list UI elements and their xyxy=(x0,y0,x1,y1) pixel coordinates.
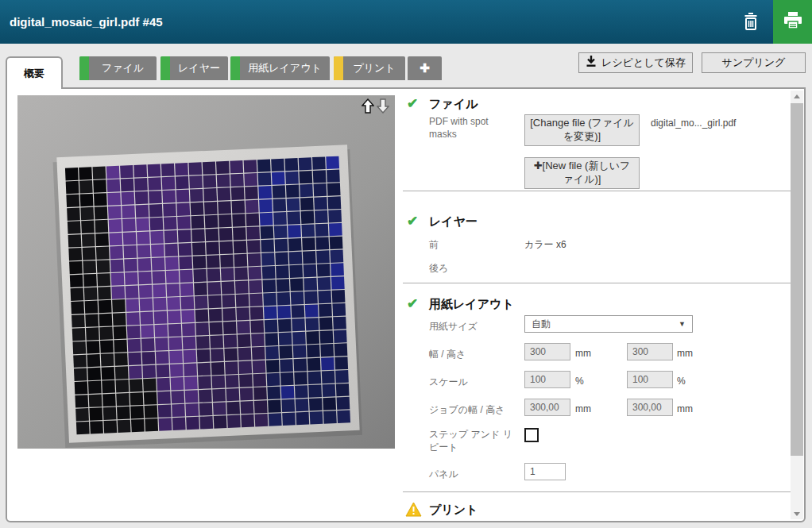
paper-section-title: 用紙レイアウト xyxy=(429,297,514,312)
paper-size-label: 用紙サイズ xyxy=(429,320,478,333)
check-icon: ✔ xyxy=(407,95,418,112)
layer-back-label: 後ろ xyxy=(429,262,448,275)
section-divider xyxy=(403,283,791,283)
job-height-input[interactable] xyxy=(627,399,673,416)
triangle-up-icon xyxy=(794,94,800,98)
trash-icon xyxy=(742,11,760,34)
tab-layer[interactable]: レイヤー xyxy=(160,56,228,80)
print-section-title: プリント xyxy=(429,503,478,518)
layer-front-value: カラー x6 xyxy=(524,238,566,252)
tab-layer-label: レイヤー xyxy=(178,61,220,75)
layer-section-title: レイヤー xyxy=(429,214,478,229)
tab-status-indicator xyxy=(160,56,170,80)
tab-status-indicator xyxy=(334,56,343,80)
tab-paper-layout[interactable]: 用紙レイアウト xyxy=(230,56,330,80)
change-file-label: [Change file (ファイルを変更)] xyxy=(530,117,634,142)
tab-print-label: プリント xyxy=(353,61,395,75)
job-preview-image xyxy=(17,95,395,449)
scale-width-unit: % xyxy=(575,376,584,387)
job-width-input[interactable] xyxy=(524,399,570,416)
tab-paper-layout-label: 用紙レイアウト xyxy=(248,61,322,75)
paper-size-select[interactable]: 自動 ▼ xyxy=(524,315,693,333)
panel-count-label: パネル xyxy=(429,468,458,480)
save-as-recipe-label: レシピとして保存 xyxy=(601,56,686,70)
details-scrollbar[interactable] xyxy=(791,91,803,519)
file-field-label: PDF with spot masks xyxy=(429,115,508,141)
width-height-label: 幅 / 高さ xyxy=(429,348,466,360)
overview-panel: ✔ ファイル PDF with spot masks [Change file … xyxy=(6,87,806,522)
section-divider xyxy=(403,491,791,492)
sampling-label: サンプリング xyxy=(722,56,786,70)
chevron-down-icon: ▼ xyxy=(679,320,686,328)
tab-file[interactable]: ファイル xyxy=(79,56,157,80)
change-file-button[interactable]: [Change file (ファイルを変更)] xyxy=(524,114,640,146)
tab-overview[interactable]: 概要 xyxy=(6,56,63,89)
scale-label: スケール xyxy=(429,376,468,388)
plus-icon: ✚ xyxy=(420,61,430,75)
triangle-down-icon xyxy=(794,512,800,516)
height-unit: mm xyxy=(677,348,693,359)
job-width-unit: mm xyxy=(575,403,591,414)
title-bar: digital_mosaic_girl.pdf #45 xyxy=(0,0,812,44)
arrow-up-icon[interactable] xyxy=(362,98,374,114)
download-icon xyxy=(586,56,597,70)
scroll-up-button[interactable] xyxy=(791,91,803,102)
scroll-down-button[interactable] xyxy=(791,508,803,519)
width-input[interactable] xyxy=(524,343,570,360)
tab-overview-label: 概要 xyxy=(24,67,44,81)
warning-triangle-icon xyxy=(405,502,422,520)
paper-size-value: 自動 xyxy=(532,318,551,331)
width-unit: mm xyxy=(575,348,591,359)
printer-icon xyxy=(783,11,803,33)
step-repeat-label: ステップ アンド リピート xyxy=(429,428,520,453)
check-icon: ✔ xyxy=(407,295,418,312)
layer-front-label: 前 xyxy=(429,238,439,251)
step-repeat-checkbox[interactable] xyxy=(524,428,539,442)
file-section-title: ファイル xyxy=(429,97,478,112)
add-tab-button[interactable]: ✚ xyxy=(408,56,442,80)
mosaic-preview xyxy=(17,95,395,449)
delete-job-button[interactable] xyxy=(737,10,764,34)
arrow-down-icon[interactable] xyxy=(377,98,389,114)
tab-status-indicator xyxy=(230,56,240,80)
job-height-unit: mm xyxy=(677,403,693,414)
scale-width-input[interactable] xyxy=(524,371,570,388)
save-as-recipe-button[interactable]: レシピとして保存 xyxy=(578,52,693,73)
scrollbar-thumb[interactable] xyxy=(791,103,803,456)
plus-icon: ✚ xyxy=(534,160,543,172)
job-size-label: ジョブの幅 / 高さ xyxy=(429,403,505,416)
sampling-button[interactable]: サンプリング xyxy=(702,52,806,73)
new-file-button[interactable]: ✚[New file (新しいファイル)] xyxy=(524,157,640,189)
scale-height-input[interactable] xyxy=(627,371,673,388)
tab-file-label: ファイル xyxy=(102,61,144,75)
tab-print[interactable]: プリント xyxy=(334,56,405,80)
tab-status-indicator xyxy=(79,56,89,80)
height-input[interactable] xyxy=(627,343,673,360)
new-file-label: [New file (新しいファイル)] xyxy=(543,160,631,185)
scale-height-unit: % xyxy=(677,376,686,387)
panel-count-input[interactable] xyxy=(524,463,566,480)
filename-value: digital_mo..._girl.pdf xyxy=(651,118,736,129)
check-icon: ✔ xyxy=(407,213,418,229)
section-divider xyxy=(403,191,791,191)
window-title: digital_mosaic_girl.pdf #45 xyxy=(10,0,163,44)
print-job-button[interactable] xyxy=(773,0,812,44)
